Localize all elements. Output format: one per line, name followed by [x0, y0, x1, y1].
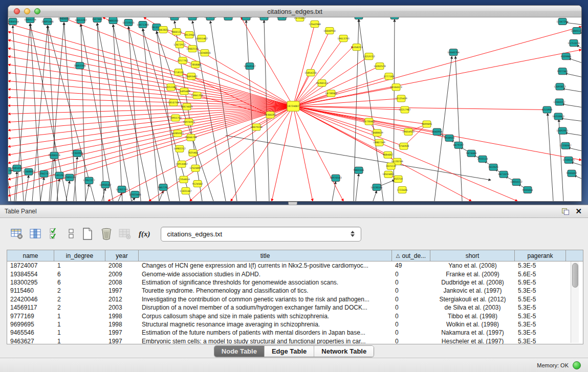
graph-node[interactable]: 20691406 — [41, 18, 53, 25]
graph-node[interactable]: 10688639 — [371, 129, 383, 136]
graph-node[interactable]: 9861379 — [223, 17, 234, 20]
graph-node[interactable]: 7663822 — [158, 27, 169, 33]
graph-node[interactable]: 9853213 — [389, 17, 400, 19]
graph-node[interactable]: 20053346 — [74, 62, 85, 69]
graph-node[interactable]: 18079226 — [250, 124, 262, 130]
graph-node[interactable]: 7632621 — [488, 164, 499, 170]
graph-node[interactable]: 19613793 — [337, 35, 349, 42]
graph-node[interactable]: 12672972 — [173, 41, 185, 48]
table-row[interactable]: 2242004622012Investigating the contribut… — [7, 295, 583, 303]
graph-node[interactable]: 14136141 — [371, 184, 382, 190]
graph-node[interactable]: 1640954 — [432, 128, 443, 135]
graph-node[interactable]: 14240816 — [199, 50, 210, 56]
table-row[interactable]: 1456911722003Disruption of a novel membe… — [7, 303, 583, 312]
graph-node[interactable]: 16202578 — [374, 63, 385, 70]
graph-node[interactable]: 8912954 — [184, 32, 195, 38]
graph-node[interactable]: 8215958 — [542, 106, 553, 113]
graph-node[interactable]: 16640910 — [323, 28, 335, 34]
graph-node[interactable]: 14385923 — [171, 130, 183, 137]
graph-node[interactable]: 15720407 — [363, 118, 375, 125]
graph-node[interactable]: 18976543 — [330, 174, 341, 181]
graph-node[interactable]: 12542948 — [309, 21, 320, 28]
graph-node[interactable]: 10719155 — [122, 19, 134, 26]
graph-node[interactable]: 18724007 — [287, 101, 299, 112]
graph-node[interactable]: 18300295 — [264, 112, 276, 118]
graph-node[interactable]: 12923446 — [129, 191, 141, 198]
graph-node[interactable]: 14738503 — [325, 90, 337, 97]
network-canvas[interactable]: 1938455414055724206914061940405610653287… — [8, 17, 581, 201]
graph-node[interactable]: 17858061 — [189, 61, 201, 68]
graph-node[interactable]: 20206576 — [48, 152, 60, 159]
graph-node[interactable]: 12524851 — [189, 165, 201, 171]
graph-node[interactable]: 16210643 — [552, 113, 564, 120]
select-columns-icon[interactable] — [46, 226, 63, 242]
graph-node[interactable]: 12505135 — [63, 174, 75, 181]
graph-node[interactable]: 9329966 — [561, 53, 572, 60]
graph-node[interactable]: 18524851 — [382, 171, 394, 178]
graph-node[interactable]: 10164573 — [390, 84, 402, 91]
graph-node[interactable]: 11547294 — [556, 18, 568, 25]
graph-node[interactable]: 12444157 — [553, 99, 565, 105]
graph-node[interactable]: 13841259 — [191, 92, 203, 99]
graph-node[interactable]: 9457791 — [158, 184, 169, 190]
graph-node[interactable]: 12100345 — [562, 157, 574, 163]
graph-node[interactable]: 9699695 — [422, 121, 432, 127]
graph-node[interactable]: 12093872 — [554, 83, 565, 90]
graph-node[interactable]: 8813094 — [277, 17, 288, 20]
column-header-in_degree[interactable]: in_degree — [54, 250, 105, 261]
graph-node[interactable]: 13219732 — [363, 53, 375, 60]
graph-node[interactable]: 9227343 — [557, 68, 568, 75]
graph-node[interactable]: 9124502 — [192, 180, 203, 187]
graph-node[interactable]: 16674035 — [181, 103, 192, 110]
graph-node[interactable]: 1810758 — [168, 99, 179, 106]
table-row[interactable]: 1938455462009Genome-wide association stu… — [7, 270, 583, 278]
graph-node[interactable]: 16946910 — [204, 17, 216, 20]
graph-node[interactable]: 17359924 — [71, 150, 83, 157]
tab-edge-table[interactable]: Edge Table — [265, 346, 314, 357]
graph-node[interactable]: 14055724 — [24, 17, 36, 23]
window-titlebar[interactable]: citations_edges.txt — [8, 6, 581, 17]
column-header-short[interactable]: short — [430, 250, 515, 261]
table-row[interactable]: 946362711997Embryonic stem cells: a mode… — [7, 337, 583, 344]
graph-node[interactable]: 10653287 — [75, 17, 86, 24]
graph-node[interactable]: 16648784 — [447, 49, 459, 56]
graph-node[interactable]: 18955750 — [169, 115, 181, 121]
graph-node[interactable]: 12942757 — [38, 170, 50, 177]
graph-node[interactable]: 17230567 — [559, 142, 571, 149]
graph-node[interactable]: 12217987 — [399, 106, 410, 113]
graph-node[interactable]: 7625402 — [188, 149, 199, 156]
graph-node[interactable]: 18807249 — [373, 139, 385, 146]
graph-node[interactable]: 15495408 — [178, 88, 190, 95]
graph-node[interactable]: 15751074 — [568, 40, 579, 47]
graph-node[interactable]: 16845123 — [571, 28, 581, 34]
graph-node[interactable]: 16260123 — [316, 80, 328, 86]
column-header-out_de[interactable]: △out_de... — [392, 250, 430, 261]
graph-node[interactable]: 16093482 — [185, 73, 197, 80]
table-row[interactable]: 946554611997Estimation of the future num… — [7, 329, 583, 337]
graph-node[interactable]: 12125439 — [395, 95, 407, 102]
graph-node[interactable]: 9466160 — [108, 17, 119, 24]
table-row[interactable]: 977716911998Corpus callosum shape and si… — [7, 312, 583, 320]
graph-node[interactable]: 19654923 — [402, 128, 414, 135]
graph-node[interactable]: 1733426 — [397, 186, 408, 193]
graph-node[interactable]: 15234071 — [353, 17, 364, 19]
column-header-title[interactable]: title — [139, 250, 392, 261]
graph-node[interactable]: 5938923 — [444, 135, 455, 141]
graph-node[interactable]: 10654112 — [510, 179, 522, 185]
graph-node[interactable]: 15692951 — [556, 127, 568, 134]
graph-node[interactable]: 16551462 — [195, 35, 207, 42]
graph-node[interactable]: 8585051 — [12, 165, 23, 171]
graph-node[interactable]: 9217762 — [178, 57, 188, 64]
graph-node[interactable]: 9245654 — [522, 186, 533, 193]
graph-node[interactable]: 16782759 — [116, 186, 127, 192]
row-height-icon[interactable] — [65, 226, 77, 242]
graph-node[interactable]: 9474444 — [466, 150, 477, 157]
close-panel-icon[interactable]: ✕ — [575, 208, 582, 215]
graph-node[interactable]: 452214 — [394, 176, 403, 182]
graph-node[interactable]: 16914482 — [176, 161, 187, 167]
graph-node[interactable]: 14671368 — [137, 21, 148, 28]
new-table-icon[interactable] — [79, 226, 96, 242]
graph-node[interactable]: 19404056 — [58, 17, 70, 22]
graph-node[interactable]: 2933114 — [477, 156, 488, 162]
graph-node[interactable]: 9660125 — [171, 29, 182, 35]
